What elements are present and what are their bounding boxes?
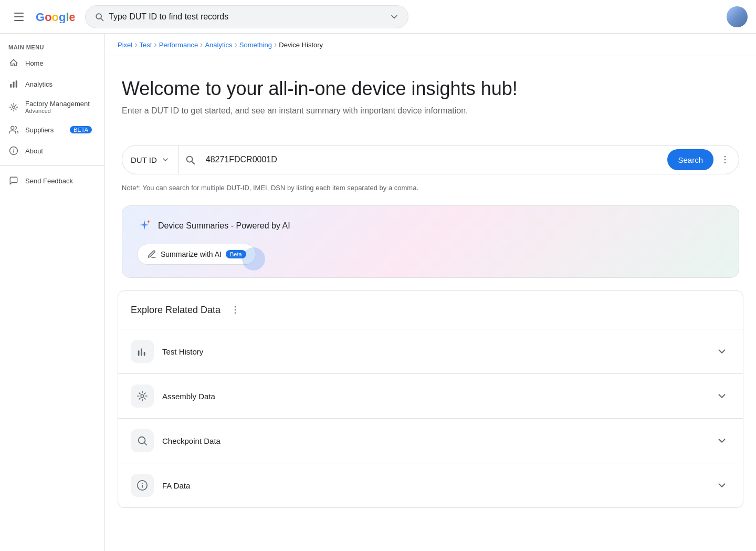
sidebar-feedback-label: Send Feedback [25, 177, 73, 185]
more-options-button[interactable] [716, 150, 734, 169]
cursor-ripple [242, 247, 265, 271]
fa-label: FA Data [162, 481, 713, 490]
search-button[interactable]: Search [667, 149, 713, 170]
breadcrumb-sep-5: › [274, 40, 277, 49]
breadcrumb-current: Device History [279, 41, 323, 49]
sidebar-divider [0, 165, 104, 166]
svg-text:Google: Google [36, 11, 75, 23]
breadcrumb-sep-1: › [134, 40, 137, 49]
explore-item-fa[interactable]: FA Data [118, 463, 743, 507]
sidebar-item-factory[interactable]: Factory Management Advanced [0, 95, 100, 119]
explore-item-test-history[interactable]: Test History [118, 329, 743, 374]
sidebar: Main Menu Home Analytics Factory Managem… [0, 34, 105, 551]
main-search-row: DUT ID Search [122, 145, 739, 174]
topbar-search-text: Type DUT ID to find test records [109, 12, 385, 22]
chevron-down-icon [389, 12, 400, 22]
explore-title: Explore Related Data [131, 305, 220, 316]
sidebar-item-about[interactable]: About [0, 140, 100, 161]
checkpoint-icon [131, 429, 154, 452]
sidebar-item-analytics[interactable]: Analytics [0, 74, 100, 95]
test-history-icon [131, 340, 154, 363]
hero-title: Welcome to your all-in-one device insigh… [122, 77, 739, 100]
pencil-icon [147, 249, 156, 259]
svg-point-12 [235, 313, 236, 314]
checkpoint-label: Checkpoint Data [162, 436, 713, 445]
chevron-down-icon [161, 155, 170, 164]
svg-rect-15 [144, 352, 145, 356]
fa-chevron [713, 477, 730, 494]
svg-point-4 [13, 106, 15, 108]
feedback-icon [8, 175, 19, 186]
main-content: Pixel › Test › Performance › Analytics ›… [105, 34, 756, 551]
dut-id-label: DUT ID [131, 155, 157, 164]
hamburger-icon [14, 13, 24, 21]
ai-card: Device Summaries - Powered by AI Summari… [122, 205, 739, 278]
assembly-icon [131, 384, 154, 408]
dut-id-dropdown[interactable]: DUT ID [122, 145, 178, 174]
summarize-button[interactable]: Summarize with AI Beta [137, 244, 256, 265]
breadcrumb-sep-3: › [200, 40, 203, 49]
sidebar-item-feedback[interactable]: Send Feedback [0, 170, 100, 191]
suppliers-icon [8, 124, 19, 135]
ai-card-header: Device Summaries - Powered by AI [137, 219, 724, 233]
svg-point-9 [724, 162, 726, 164]
svg-rect-13 [138, 350, 140, 356]
fa-icon [131, 474, 154, 497]
test-history-chevron [713, 343, 730, 360]
breadcrumb-something[interactable]: Something [239, 41, 272, 49]
ai-sparkle-icon [137, 219, 152, 233]
svg-rect-2 [13, 82, 15, 88]
about-icon [8, 145, 19, 156]
sidebar-factory-sub: Advanced [25, 108, 92, 114]
main-search-section: DUT ID Search [105, 145, 756, 174]
explore-item-assembly[interactable]: Assembly Data [118, 374, 743, 419]
assembly-chevron [713, 388, 730, 404]
more-vert-icon [720, 154, 730, 165]
suppliers-badge: BETA [70, 126, 92, 133]
topbar: Google Type DUT ID to find test records [0, 0, 756, 34]
sidebar-factory-label: Factory Management [25, 100, 92, 108]
svg-rect-1 [10, 84, 12, 88]
search-icon [94, 12, 104, 22]
search-icon [184, 154, 196, 165]
analytics-icon [8, 79, 19, 89]
factory-icon [8, 102, 19, 112]
breadcrumb: Pixel › Test › Performance › Analytics ›… [105, 34, 756, 56]
explore-header: Explore Related Data [118, 291, 743, 329]
avatar-image [727, 6, 748, 27]
breadcrumb-sep-4: › [234, 40, 237, 49]
hamburger-button[interactable] [8, 6, 29, 27]
svg-rect-3 [16, 80, 17, 88]
dut-id-input[interactable] [202, 155, 668, 164]
breadcrumb-test[interactable]: Test [140, 41, 152, 49]
explore-item-checkpoint[interactable]: Checkpoint Data [118, 419, 743, 463]
sidebar-item-home[interactable]: Home [0, 53, 100, 74]
svg-rect-14 [141, 349, 142, 356]
test-history-label: Test History [162, 347, 713, 356]
breadcrumb-pixel[interactable]: Pixel [118, 41, 132, 49]
sidebar-analytics-label: Analytics [25, 80, 52, 88]
google-logo: Google [36, 11, 75, 23]
topbar-search-bar[interactable]: Type DUT ID to find test records [85, 5, 408, 28]
breadcrumb-analytics[interactable]: Analytics [205, 41, 232, 49]
layout: Main Menu Home Analytics Factory Managem… [0, 34, 756, 551]
svg-point-8 [724, 159, 726, 161]
hero-section: Welcome to your all-in-one device insigh… [105, 56, 756, 145]
explore-more-button[interactable] [227, 302, 244, 318]
sidebar-about-label: About [25, 147, 43, 155]
avatar[interactable] [727, 6, 748, 27]
svg-point-7 [724, 156, 726, 158]
breadcrumb-performance[interactable]: Performance [159, 41, 198, 49]
sidebar-suppliers-label: Suppliers [25, 126, 54, 134]
explore-section: Explore Related Data [118, 290, 743, 508]
assembly-label: Assembly Data [162, 392, 713, 401]
sidebar-item-suppliers[interactable]: Suppliers BETA [0, 119, 100, 140]
svg-point-18 [139, 437, 145, 444]
svg-point-17 [141, 394, 144, 398]
more-vert-icon [230, 305, 240, 315]
sidebar-home-label: Home [25, 59, 44, 67]
breadcrumb-sep-2: › [154, 40, 156, 49]
checkpoint-chevron [713, 432, 730, 449]
search-note: Note*: You can search for multiple DUT-I… [105, 179, 756, 197]
svg-point-11 [235, 309, 236, 311]
